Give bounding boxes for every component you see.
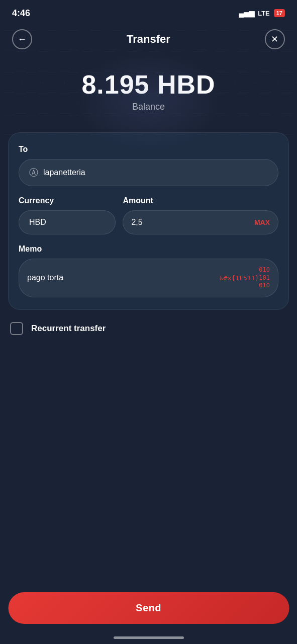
memo-input[interactable]: [27, 273, 220, 282]
recurrent-transfer-label: Recurrent transfer: [31, 324, 106, 334]
to-field-container: Ⓐ: [19, 159, 278, 186]
recurrent-transfer-checkbox[interactable]: [10, 322, 23, 335]
page-title: Transfer: [127, 33, 170, 46]
amount-label: Amount: [123, 196, 278, 205]
battery-badge: 17: [274, 9, 285, 17]
currency-group: Currency: [19, 196, 116, 234]
status-time: 4:46: [12, 8, 30, 19]
balance-section: 8.195 HBD Balance: [0, 59, 297, 132]
back-button[interactable]: ←: [12, 29, 32, 49]
form-card: To Ⓐ Currency Amount MAX Memo &#x{1F511}…: [8, 132, 289, 310]
lte-label: LTE: [258, 10, 270, 17]
to-label: To: [19, 145, 278, 154]
send-button[interactable]: Send: [8, 592, 289, 624]
status-icons: ▄▅▆ LTE 17: [239, 9, 285, 17]
send-button-container: Send: [8, 592, 289, 624]
amount-field-container: MAX: [123, 210, 278, 234]
amount-group: Amount MAX: [123, 196, 278, 234]
balance-label: Balance: [12, 102, 285, 112]
encode-icon[interactable]: &#x{1F511}: [220, 274, 259, 282]
currency-amount-row: Currency Amount MAX: [19, 196, 278, 234]
header: ← Transfer ✕: [0, 24, 297, 59]
amount-input[interactable]: [131, 218, 228, 227]
status-bar: 4:46 ▄▅▆ LTE 17: [0, 0, 297, 24]
currency-input[interactable]: [29, 218, 105, 227]
encode-memo-button[interactable]: 010101010: [259, 266, 270, 290]
to-input[interactable]: [43, 168, 268, 177]
memo-label: Memo: [19, 245, 278, 254]
at-icon: Ⓐ: [29, 167, 38, 179]
close-button[interactable]: ✕: [265, 29, 285, 49]
balance-amount: 8.195 HBD: [12, 69, 285, 100]
recurrent-transfer-section: Recurrent transfer: [8, 322, 289, 335]
currency-label: Currency: [19, 196, 116, 205]
signal-icon: ▄▅▆: [239, 9, 255, 17]
currency-field-container: [19, 210, 116, 234]
memo-section: Memo &#x{1F511} 010101010: [19, 245, 278, 297]
home-indicator: [114, 636, 184, 639]
max-button[interactable]: MAX: [254, 218, 270, 226]
memo-field-container: &#x{1F511} 010101010: [19, 259, 278, 297]
